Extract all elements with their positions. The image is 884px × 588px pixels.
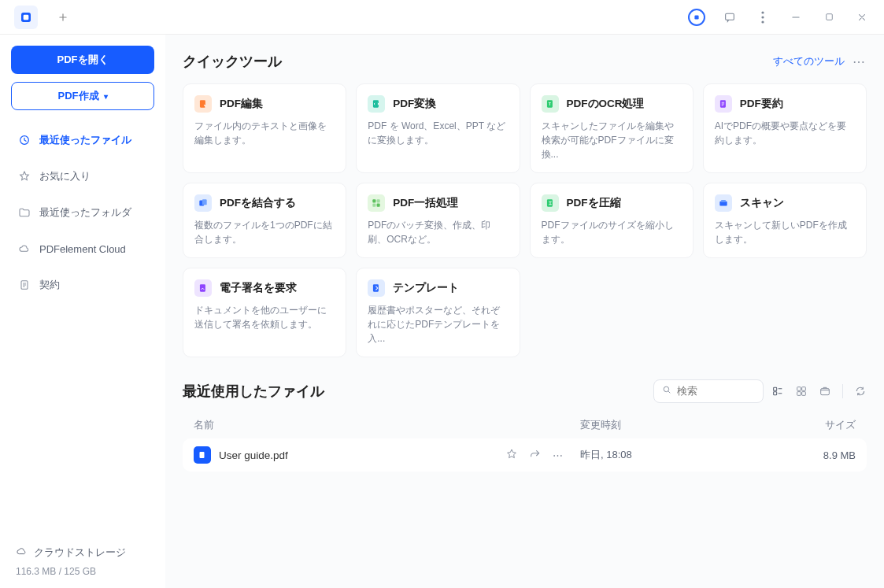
chat-icon[interactable] (719, 6, 741, 28)
search-icon (662, 385, 672, 398)
svg-rect-34 (200, 452, 205, 458)
convert-icon (368, 95, 385, 113)
col-size: サイズ (785, 419, 856, 432)
archive-icon[interactable] (819, 385, 831, 398)
brand-icon[interactable] (686, 6, 708, 28)
tool-pdf-scan[interactable]: スキャン スキャンして新しいPDFを作成します。 (703, 183, 867, 258)
more-dots-icon[interactable]: ⋯ (853, 54, 867, 69)
more-icon[interactable]: ⋯ (553, 449, 564, 461)
nav-favorites[interactable]: お気に入り (11, 161, 154, 192)
tool-pdf-convert[interactable]: PDF変換 PDF を Word、Excel、PPT などに変換します。 (356, 83, 520, 173)
svg-rect-2 (694, 15, 698, 19)
clock-icon (17, 134, 31, 146)
tool-pdf-ocr[interactable]: T PDFのOCR処理 スキャンしたファイルを編集や検索が可能なPDFファイルに… (530, 83, 694, 173)
refresh-icon[interactable] (854, 385, 867, 398)
quick-tools-title: クイックツール (183, 52, 282, 71)
nav-recent-folders[interactable]: 最近使ったフォルダ (11, 197, 154, 228)
nav-recent-files[interactable]: 最近使ったファイル (11, 124, 154, 156)
menu-dots-icon[interactable] (752, 6, 774, 28)
cloud-icon (17, 242, 31, 255)
svg-rect-20 (377, 204, 380, 207)
open-pdf-button[interactable]: PDFを開く (11, 46, 154, 74)
nav-label: お気に入り (39, 169, 91, 183)
tool-desc: 履歴書やポスターなど、それぞれに応じたPDFテンプレートを入... (368, 303, 508, 346)
nav-label: 契約 (39, 278, 60, 292)
svg-rect-19 (373, 204, 376, 207)
svg-rect-16 (202, 199, 207, 205)
view-list-icon[interactable] (771, 385, 784, 398)
create-pdf-button[interactable]: PDF作成 ▾ (11, 82, 154, 110)
tool-pdf-merge[interactable]: PDFを結合する 複数のファイルを1つのPDFに結合します。 (183, 183, 346, 258)
tools-grid: PDF編集 ファイル内のテキストと画像を編集します。 PDF変換 PDF を W… (183, 83, 867, 357)
folder-icon (17, 206, 31, 219)
ocr-icon: T (542, 95, 559, 113)
tool-desc: スキャンして新しいPDFを作成します。 (715, 218, 855, 246)
svg-point-6 (761, 20, 764, 23)
file-row[interactable]: User guide.pdf ⋯ 昨日, 18:08 8.9 MB (183, 438, 867, 472)
new-tab-button[interactable] (52, 6, 74, 28)
home-tab[interactable] (14, 6, 38, 29)
quick-tools-header: クイックツール すべてのツール ⋯ (183, 52, 867, 71)
favorite-star-icon[interactable] (505, 448, 518, 463)
tool-template[interactable]: テンプレート 履歴書やポスターなど、それぞれに応じたPDFテンプレートを入... (356, 268, 520, 357)
nav-cloud[interactable]: PDFelement Cloud (11, 233, 154, 264)
tool-desc: PDFファイルのサイズを縮小します。 (542, 218, 682, 246)
nav-contract[interactable]: 契約 (11, 269, 154, 301)
sidebar: PDFを開く PDF作成 ▾ 最近使ったファイル お気に入り (0, 35, 165, 588)
search-box[interactable] (653, 379, 764, 403)
svg-point-5 (761, 16, 764, 18)
file-time: 昨日, 18:08 (580, 448, 785, 462)
template-icon (368, 279, 385, 297)
tool-title: PDFを結合する (220, 196, 296, 210)
tool-pdf-compress[interactable]: PDFを圧縮 PDFファイルのサイズを縮小します。 (530, 183, 694, 258)
tool-title: PDFのOCR処理 (567, 97, 645, 111)
svg-rect-29 (797, 387, 801, 391)
tool-esign[interactable]: 電子署名を要求 ドキュメントを他のユーザーに送信して署名を依頼します。 (183, 268, 346, 357)
share-icon[interactable] (529, 448, 542, 463)
document-icon (17, 279, 31, 291)
pdf-file-icon (194, 446, 211, 464)
divider (842, 384, 843, 398)
chevron-down-icon: ▾ (104, 92, 108, 101)
star-icon (17, 170, 31, 183)
summarize-icon (715, 95, 732, 113)
svg-rect-33 (821, 389, 830, 395)
svg-rect-31 (797, 392, 801, 396)
view-grid-icon[interactable] (795, 385, 808, 398)
close-button[interactable] (851, 6, 873, 28)
svg-rect-7 (826, 14, 832, 20)
tool-pdf-summarize[interactable]: PDF要約 AIでPDFの概要や要点などを要約します。 (703, 83, 867, 173)
file-size: 8.9 MB (785, 449, 856, 461)
tool-desc: スキャンしたファイルを編集や検索が可能なPDFファイルに変換... (542, 119, 682, 161)
col-name: 名前 (194, 419, 580, 432)
tool-desc: ファイル内のテキストと画像を編集します。 (194, 119, 335, 147)
tool-title: PDF要約 (740, 97, 783, 111)
minimize-button[interactable] (785, 6, 807, 28)
tool-desc: ドキュメントを他のユーザーに送信して署名を依頼します。 (194, 303, 335, 331)
tool-pdf-batch[interactable]: PDF一括処理 PDFのバッチ変換、作成、印刷、OCRなど。 (356, 183, 520, 258)
main-content: クイックツール すべてのツール ⋯ PDF編集 ファイル内のテキストと画像を編集… (165, 35, 884, 588)
svg-rect-1 (24, 14, 29, 20)
scan-icon (715, 194, 732, 212)
tool-title: PDFを圧縮 (567, 196, 621, 210)
svg-rect-28 (774, 392, 777, 395)
cloud-storage-footer: クラウドストレージ 116.3 MB / 125 GB (11, 541, 154, 580)
cloud-storage-label: クラウドストレージ (34, 546, 126, 560)
compress-icon (542, 194, 559, 212)
window-controls (686, 6, 878, 28)
file-name: User guide.pdf (219, 449, 288, 461)
maximize-button[interactable] (818, 6, 840, 28)
nav-label: 最近使ったファイル (39, 133, 131, 147)
tool-desc: 複数のファイルを1つのPDFに結合します。 (194, 218, 335, 246)
svg-rect-18 (377, 199, 380, 202)
nav-label: 最近使ったフォルダ (39, 205, 131, 220)
svg-point-4 (761, 11, 764, 13)
edit-icon (194, 95, 212, 113)
col-time: 変更時刻 (580, 419, 785, 432)
tool-pdf-edit[interactable]: PDF編集 ファイル内のテキストと画像を編集します。 (183, 83, 346, 173)
cloud-storage-usage: 116.3 MB / 125 GB (16, 566, 150, 577)
tool-desc: PDF を Word、Excel、PPT などに変換します。 (368, 119, 508, 147)
svg-rect-10 (200, 100, 205, 107)
tool-title: テンプレート (393, 281, 459, 295)
all-tools-link[interactable]: すべてのツール (773, 54, 845, 68)
